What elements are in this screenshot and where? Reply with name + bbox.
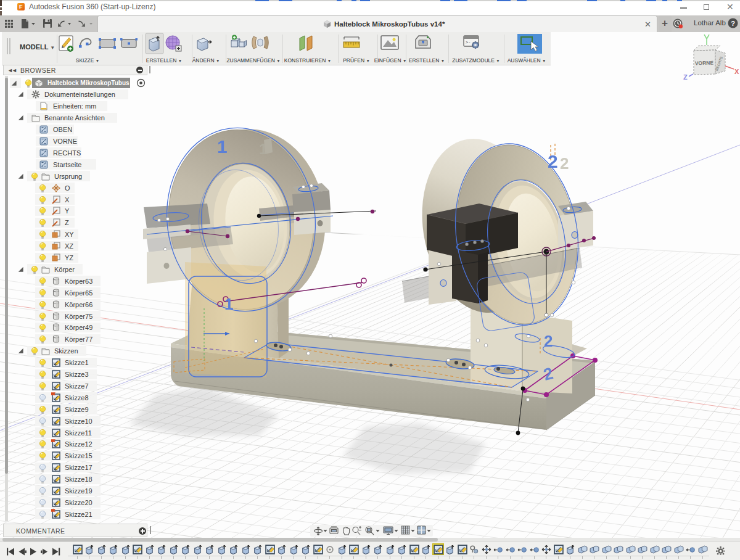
svg-text:?: ? xyxy=(731,20,735,27)
svg-text:Z: Z xyxy=(683,73,688,81)
svg-text:1: 1 xyxy=(217,136,228,157)
svg-text:2: 2 xyxy=(560,154,569,173)
svg-text:2: 2 xyxy=(544,332,553,350)
svg-text:1: 1 xyxy=(224,295,233,313)
svg-text:1: 1 xyxy=(259,141,267,157)
svg-text:>-: >- xyxy=(466,40,471,45)
svg-text:X: X xyxy=(734,68,739,75)
svg-text:2: 2 xyxy=(548,151,558,171)
